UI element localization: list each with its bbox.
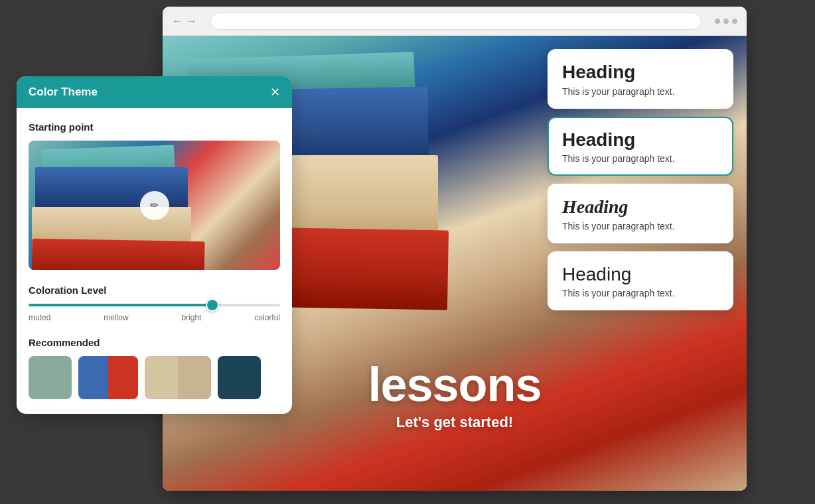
slider-label-mellow: mellow — [104, 313, 128, 322]
hero-main-text: lessons — [368, 361, 541, 409]
theme-card-4-para: This is your paragraph text. — [562, 288, 719, 298]
dot2 — [723, 19, 729, 24]
slider-thumb[interactable] — [206, 298, 219, 312]
recommended-section: Recommended — [29, 337, 280, 399]
color-theme-panel: Color Theme ✕ Starting point ✏ Coloratio… — [17, 76, 292, 414]
browser-menu-dots — [715, 19, 737, 24]
coloration-level-label: Coloration Level — [29, 284, 280, 296]
coloration-level-section: Coloration Level muted mellow bright col… — [29, 284, 280, 322]
color-swatches — [29, 356, 280, 399]
browser-nav: ← → — [172, 15, 197, 27]
theme-card-4[interactable]: Heading This is your paragraph text. — [548, 251, 733, 311]
dot3 — [732, 19, 737, 24]
theme-cards-container: Heading This is your paragraph text. Hea… — [548, 49, 733, 310]
swatch-tan-mid — [178, 356, 211, 399]
slider-labels: muted mellow bright colorful — [29, 313, 280, 322]
slider-container — [29, 304, 280, 306]
dot1 — [715, 19, 720, 24]
theme-card-1[interactable]: Heading This is your paragraph text. — [548, 49, 733, 109]
browser-toolbar: ← → — [163, 7, 747, 36]
swatch-red-segment — [108, 356, 138, 399]
theme-card-3[interactable]: Heading This is your paragraph text. — [548, 184, 733, 243]
panel-title: Color Theme — [29, 86, 98, 99]
edit-icon: ✏ — [150, 199, 159, 212]
swatch-tan-light — [145, 356, 178, 399]
slider-label-bright: bright — [181, 313, 201, 322]
theme-card-3-heading: Heading — [562, 196, 719, 218]
theme-card-2-para: This is your paragraph text. — [562, 153, 719, 164]
swatch-green[interactable] — [29, 356, 72, 399]
slider-track — [29, 304, 280, 306]
theme-card-1-heading: Heading — [562, 61, 719, 84]
forward-icon[interactable]: → — [186, 15, 197, 27]
recommended-label: Recommended — [29, 337, 280, 348]
panel-close-button[interactable]: ✕ — [270, 86, 280, 98]
theme-card-3-para: This is your paragraph text. — [562, 221, 719, 231]
panel-body: Starting point ✏ Coloration Level — [17, 108, 292, 414]
slider-label-colorful: colorful — [254, 313, 280, 322]
address-bar[interactable] — [210, 13, 702, 30]
panel-header: Color Theme ✕ — [17, 76, 292, 108]
swatch-blue-segment — [78, 356, 108, 399]
starting-point-section: Starting point ✏ — [29, 121, 280, 270]
theme-card-2-heading: Heading — [562, 129, 719, 151]
back-icon[interactable]: ← — [172, 15, 183, 27]
theme-card-4-heading: Heading — [562, 263, 719, 286]
theme-card-2[interactable]: Heading This is your paragraph text. — [548, 117, 733, 176]
swatch-dark-teal[interactable] — [218, 356, 261, 399]
theme-card-1-para: This is your paragraph text. — [562, 86, 719, 97]
starting-point-label: Starting point — [29, 121, 280, 133]
swatch-tan[interactable] — [145, 356, 211, 399]
preview-book-red — [31, 239, 204, 270]
edit-image-button[interactable]: ✏ — [140, 191, 169, 220]
hero-sub-text: Let's get started! — [368, 414, 541, 431]
slider-label-muted: muted — [29, 313, 50, 322]
swatch-blue-red[interactable] — [78, 356, 138, 399]
hero-text-overlay: lessons Let's get started! — [368, 361, 541, 431]
image-preview: ✏ — [29, 141, 280, 270]
